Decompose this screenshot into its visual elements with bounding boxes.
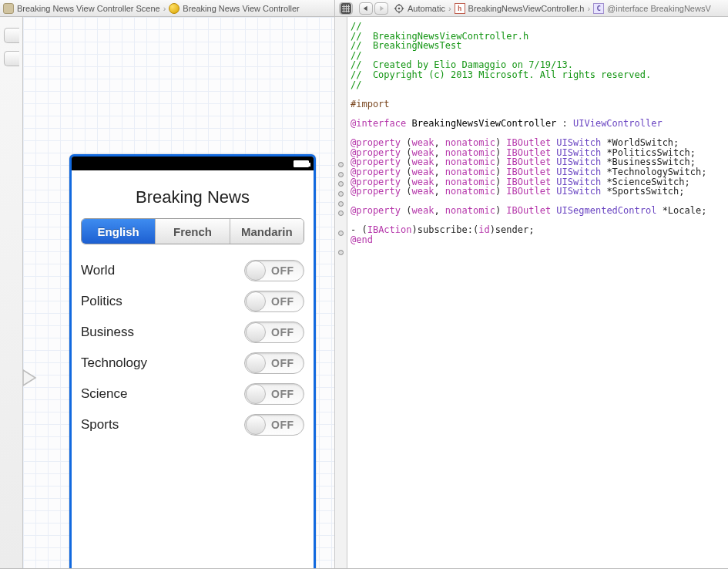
outlet-connection-icon[interactable] (338, 201, 344, 207)
screen-title: Breaking News (81, 187, 304, 207)
category-label: Business (81, 325, 134, 340)
breadcrumb-controller[interactable]: Breaking News View Controller (169, 3, 299, 14)
category-row-politics: PoliticsOFF (81, 286, 304, 317)
switch-knob (246, 322, 266, 342)
triangle-right-icon (378, 5, 384, 12)
assistant-mode-label: Automatic (408, 4, 445, 13)
sidebar-tab-2[interactable] (4, 51, 19, 66)
category-label: Technology (81, 355, 147, 371)
scene-icon (3, 3, 14, 14)
left-sidebar (0, 17, 23, 568)
switch-state-label: OFF (271, 388, 294, 400)
segment-mandarin[interactable]: Mandarin (230, 219, 304, 244)
category-row-sports: SportsOFF (81, 409, 304, 440)
interface-builder-canvas[interactable]: Breaking News English French Mandarin Wo… (23, 17, 335, 568)
outlet-connection-icon[interactable] (338, 181, 344, 187)
switch-state-label: OFF (271, 326, 294, 338)
svg-point-3 (398, 7, 401, 9)
gear-icon (394, 3, 404, 14)
locale-segmented-control[interactable]: English French Mandarin (81, 218, 304, 244)
switch-science[interactable]: OFF (244, 383, 304, 405)
assistant-mode[interactable]: Automatic (394, 3, 445, 14)
breadcrumb-symbol-label: @interface BreakingNewsV (607, 4, 711, 13)
nib-icon (169, 3, 179, 14)
breadcrumb-scene[interactable]: Breaking News View Controller Scene (3, 3, 160, 14)
outlet-connection-icon[interactable] (338, 191, 344, 197)
category-row-technology: TechnologyOFF (81, 348, 304, 379)
category-row-science: ScienceOFF (81, 379, 304, 409)
switch-sports[interactable]: OFF (244, 414, 304, 436)
switch-business[interactable]: OFF (244, 322, 304, 343)
segment-french[interactable]: French (155, 219, 229, 244)
category-label: World (81, 263, 115, 278)
header-file-icon: h (455, 3, 465, 14)
sidebar-tab-1[interactable] (4, 28, 19, 43)
outlet-connection-icon[interactable] (338, 172, 344, 177)
category-label: Science (81, 386, 127, 402)
svg-marker-8 (23, 370, 35, 386)
chevron-right-icon: › (587, 4, 590, 13)
switch-politics[interactable]: OFF (244, 291, 304, 312)
svg-marker-0 (364, 5, 367, 10)
outlet-connection-icon[interactable] (338, 210, 344, 216)
switch-world[interactable]: OFF (244, 260, 304, 281)
iphone-mock[interactable]: Breaking News English French Mandarin Wo… (69, 154, 316, 568)
editor-gutter (335, 17, 347, 568)
chevron-right-icon: › (163, 4, 166, 13)
chevron-right-icon: › (448, 4, 451, 13)
switch-state-label: OFF (271, 419, 294, 431)
outlet-connection-icon[interactable] (338, 162, 344, 167)
nav-back-button[interactable] (359, 2, 373, 15)
switch-knob (246, 353, 266, 373)
switch-knob (246, 291, 266, 311)
switch-technology[interactable]: OFF (244, 352, 304, 374)
breadcrumb-file-label: BreakingNewsViewController.h (468, 4, 585, 13)
switch-state-label: OFF (271, 264, 294, 277)
switch-knob (246, 415, 266, 435)
battery-icon (294, 160, 309, 167)
class-symbol-icon: C (593, 3, 604, 14)
status-bar (72, 157, 314, 170)
disclosure-arrow-icon[interactable] (23, 367, 39, 389)
grid-icon (341, 3, 351, 14)
switch-state-label: OFF (271, 357, 294, 369)
source-editor[interactable]: // // BreakingNewsViewController.h // Br… (347, 17, 728, 568)
svg-marker-1 (380, 5, 384, 10)
breadcrumb-scene-label: Breaking News View Controller Scene (17, 4, 160, 13)
segment-english[interactable]: English (82, 219, 155, 244)
category-row-business: BusinessOFF (81, 317, 304, 348)
nav-forward-button[interactable] (374, 2, 388, 15)
switch-state-label: OFF (271, 295, 294, 308)
switch-knob (246, 261, 266, 281)
related-items-button[interactable] (339, 2, 353, 15)
category-row-world: WorldOFF (81, 255, 304, 286)
switch-knob (246, 384, 266, 404)
triangle-left-icon (363, 5, 369, 12)
category-label: Sports (81, 417, 119, 433)
outlet-connection-icon[interactable] (338, 231, 344, 236)
breadcrumb-file[interactable]: h BreakingNewsViewController.h (455, 3, 585, 14)
breadcrumb-controller-label: Breaking News View Controller (183, 4, 299, 13)
category-label: Politics (81, 294, 122, 309)
breadcrumb-symbol[interactable]: C @interface BreakingNewsV (593, 3, 711, 14)
outlet-connection-icon[interactable] (338, 250, 344, 255)
